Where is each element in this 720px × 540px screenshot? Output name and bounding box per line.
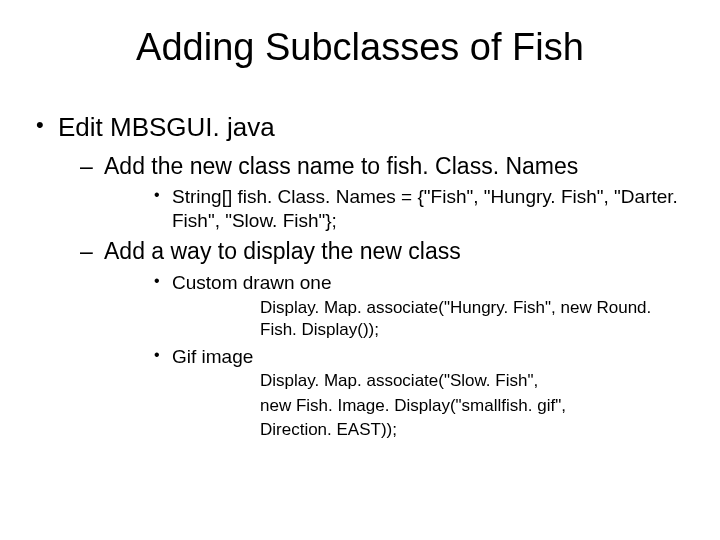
bullet-list-lvl3: String[] fish. Class. Names = {"Fish", "… <box>104 185 686 233</box>
bullet-list-lvl2: Add the new class name to fish. Class. N… <box>58 152 686 441</box>
bullet-lvl2: Add a way to display the new class Custo… <box>58 237 686 441</box>
slide: Adding Subclasses of Fish Edit MBSGUI. j… <box>0 0 720 540</box>
code-line: Display. Map. associate("Slow. Fish", <box>172 370 686 392</box>
code-text: String[] fish. Class. Names = {"Fish", "… <box>172 186 678 231</box>
bullet-lvl3: String[] fish. Class. Names = {"Fish", "… <box>104 185 686 233</box>
code-line: Display. Map. associate("Hungry. Fish", … <box>172 297 686 341</box>
bullet-text: Add the new class name to fish. Class. N… <box>104 153 578 179</box>
bullet-list-lvl3: Custom drawn one Display. Map. associate… <box>104 271 686 441</box>
bullet-text: Custom drawn one <box>172 272 331 293</box>
bullet-lvl2: Add the new class name to fish. Class. N… <box>58 152 686 233</box>
bullet-list: Edit MBSGUI. java Add the new class name… <box>34 111 686 441</box>
bullet-lvl3: Custom drawn one Display. Map. associate… <box>104 271 686 341</box>
bullet-text: Edit MBSGUI. java <box>58 112 275 142</box>
code-block: Display. Map. associate("Slow. Fish", ne… <box>172 370 686 440</box>
bullet-lvl3: Gif image Display. Map. associate("Slow.… <box>104 345 686 441</box>
bullet-text: Gif image <box>172 346 253 367</box>
code-line: Direction. EAST)); <box>172 419 686 441</box>
bullet-text: Add a way to display the new class <box>104 238 461 264</box>
bullet-lvl1: Edit MBSGUI. java Add the new class name… <box>34 111 686 441</box>
slide-title: Adding Subclasses of Fish <box>34 26 686 69</box>
code-block: Display. Map. associate("Hungry. Fish", … <box>172 297 686 341</box>
code-line: new Fish. Image. Display("smallfish. gif… <box>172 395 686 417</box>
